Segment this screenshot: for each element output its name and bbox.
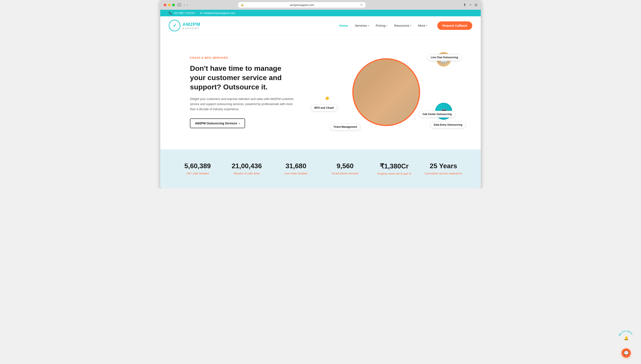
stat-item: 25 YearsCumulative service experience bbox=[423, 162, 464, 176]
hero-agent-image bbox=[354, 60, 419, 125]
logo[interactable]: AM2PM SUPPORT bbox=[169, 20, 200, 31]
pill-call-center[interactable]: Call Center Outsourcing bbox=[419, 111, 455, 118]
stat-number: 9,560 bbox=[325, 162, 365, 170]
more-chevron-icon: ▾ bbox=[426, 24, 427, 27]
nav-resources[interactable]: Resources ▾ bbox=[394, 24, 411, 27]
hero-title: Don't have time to manage your customer … bbox=[190, 64, 296, 92]
browser-window: ‹ › 🔒 am2pmsupport.com ↻ ⬆ + ⧉ 📞 +91 892… bbox=[160, 0, 481, 188]
request-callback-button[interactable]: Request Callback bbox=[437, 22, 472, 30]
topbar-phone-text: +91 8927 247247 bbox=[173, 12, 195, 14]
browser-traffic-lights bbox=[164, 4, 175, 6]
hero-eyebrow: CSAAS & BPO SERVICES bbox=[190, 56, 296, 59]
pill-data-entry[interactable]: Data Entry Outsourcing bbox=[430, 122, 466, 128]
website-content: 📞 +91 8927 247247 ✉ info@am2pmsupport.co… bbox=[160, 10, 481, 188]
hero-cta-label: AM2PM Outsourcing Services bbox=[195, 122, 237, 125]
stat-label: 24/7 calls handled bbox=[177, 172, 218, 176]
hero-content: CSAAS & BPO SERVICES Don't have time to … bbox=[190, 56, 296, 128]
stat-item: 31,680Live chats handled bbox=[276, 162, 316, 176]
pill-live-chat[interactable]: Live Chat Outsourcing bbox=[427, 54, 462, 61]
hero-description: Delight your customers and improve reten… bbox=[190, 96, 296, 112]
phone-icon: 📞 bbox=[169, 12, 172, 14]
resources-chevron-icon: ▾ bbox=[410, 24, 411, 27]
browser-toolbar-right: ⬆ + ⧉ bbox=[463, 2, 477, 7]
stat-item: 9,560Email tickets resolved bbox=[325, 162, 365, 176]
maximize-button[interactable] bbox=[172, 4, 175, 6]
topbar-email[interactable]: ✉ info@am2pmsupport.com bbox=[200, 12, 235, 14]
hero-cta-button[interactable]: AM2PM Outsourcing Services › bbox=[190, 118, 245, 128]
stat-item: ₹1,380CrProjects' worth we're part of bbox=[374, 162, 415, 176]
hero-section: CSAAS & BPO SERVICES Don't have time to … bbox=[160, 35, 481, 149]
yellow-dot-accent bbox=[326, 96, 329, 100]
stat-item: 21,00,436Minutes of calls done bbox=[226, 162, 267, 176]
email-icon: ✉ bbox=[200, 12, 202, 14]
minimize-button[interactable] bbox=[168, 4, 171, 6]
stat-label: Email tickets resolved bbox=[325, 172, 365, 176]
forward-arrow-icon[interactable]: › bbox=[187, 3, 188, 7]
header: AM2PM SUPPORT Home Services ▾ Pricing ▾ … bbox=[160, 16, 481, 35]
pill-ticket[interactable]: Ticket Management bbox=[330, 124, 361, 130]
stats-section: 5,60,38924/7 calls handled21,00,436Minut… bbox=[160, 149, 481, 188]
logo-support: SUPPORT bbox=[183, 27, 200, 30]
stat-number: 5,60,389 bbox=[177, 162, 218, 170]
stat-number: 25 Years bbox=[423, 162, 464, 170]
stat-number: 21,00,436 bbox=[226, 162, 267, 170]
browser-titlebar: ‹ › 🔒 am2pmsupport.com ↻ ⬆ + ⧉ bbox=[160, 0, 481, 10]
new-tab-icon[interactable]: + bbox=[469, 3, 472, 7]
back-arrow-icon[interactable]: ‹ bbox=[184, 3, 185, 7]
stat-label: Live chats handled bbox=[276, 172, 316, 176]
tabs-icon[interactable]: ⧉ bbox=[475, 3, 477, 7]
close-button[interactable] bbox=[164, 4, 166, 6]
address-bar[interactable]: 🔒 am2pmsupport.com ↻ bbox=[238, 2, 365, 8]
stat-label: Minutes of calls done bbox=[226, 172, 267, 176]
services-chevron-icon: ▾ bbox=[368, 24, 369, 27]
hero-cta-arrow-icon: › bbox=[239, 122, 240, 125]
lock-icon: 🔒 bbox=[241, 4, 244, 6]
stat-number: 31,680 bbox=[276, 162, 316, 170]
pricing-chevron-icon: ▾ bbox=[386, 24, 387, 27]
nav-pricing[interactable]: Pricing ▾ bbox=[376, 24, 387, 27]
topbar-phone[interactable]: 📞 +91 8927 247247 bbox=[169, 12, 195, 14]
stat-item: 5,60,38924/7 calls handled bbox=[177, 162, 218, 176]
browser-nav: ‹ › bbox=[184, 3, 188, 7]
pill-bpo[interactable]: BPO and CSaaS bbox=[311, 104, 337, 111]
topbar-email-text: info@am2pmsupport.com bbox=[204, 12, 235, 14]
nav-services[interactable]: Services ▾ bbox=[355, 24, 369, 27]
main-nav: Home Services ▾ Pricing ▾ Resources ▾ Mo… bbox=[339, 22, 472, 30]
stat-number: ₹1,380Cr bbox=[374, 162, 415, 170]
hero-visual: 💻 💻 Live Chat Outsourcing BPO and CSaaS … bbox=[309, 48, 464, 137]
logo-circle-icon bbox=[169, 20, 180, 31]
stat-label: Projects' worth we're part of bbox=[374, 172, 415, 176]
stat-label: Cumulative service experience bbox=[423, 172, 464, 176]
nav-home[interactable]: Home bbox=[339, 24, 348, 27]
nav-more[interactable]: More ▾ bbox=[418, 24, 427, 27]
sidebar-toggle-icon[interactable] bbox=[177, 4, 181, 6]
logo-text: AM2PM SUPPORT bbox=[183, 22, 200, 30]
topbar: 📞 +91 8927 247247 ✉ info@am2pmsupport.co… bbox=[160, 10, 481, 16]
share-icon[interactable]: ⬆ bbox=[463, 2, 466, 7]
refresh-icon[interactable]: ↻ bbox=[360, 3, 363, 6]
logo-am2pm: AM2PM bbox=[183, 22, 200, 27]
hero-main-image bbox=[352, 58, 420, 126]
url-text: am2pmsupport.com bbox=[245, 4, 359, 6]
